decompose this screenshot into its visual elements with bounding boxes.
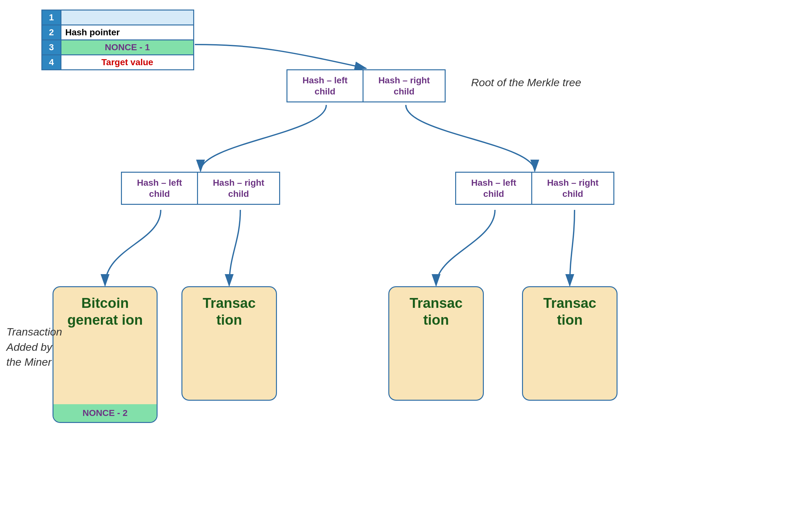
arrows-svg	[0, 0, 812, 526]
